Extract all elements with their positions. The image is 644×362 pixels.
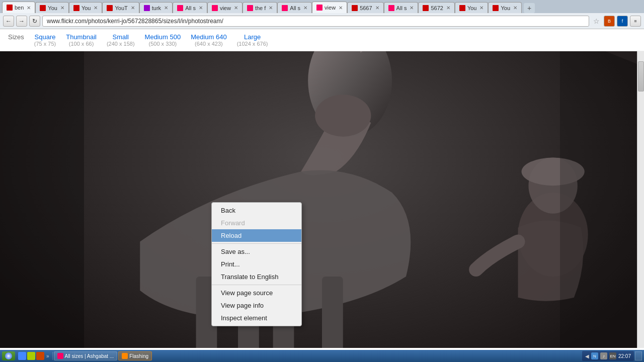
system-tray: ◀ N ♪ EN 22:07 — [582, 351, 634, 361]
tab-turk[interactable]: turk ✕ — [139, 2, 173, 13]
tab-favicon — [177, 5, 183, 11]
size-medium500-link[interactable]: Medium 500 — [145, 33, 181, 41]
tab-view-active[interactable]: view ✕ — [312, 2, 347, 13]
tab-close-btn[interactable]: ✕ — [339, 5, 343, 11]
tab-5672[interactable]: 5672 ✕ — [418, 2, 454, 13]
tray-icon-network[interactable]: N — [591, 352, 598, 359]
ext-button-1[interactable]: B — [604, 16, 615, 27]
tab-thef[interactable]: the f ✕ — [243, 2, 277, 13]
menu-item-save[interactable]: Save as... — [212, 245, 301, 258]
context-menu: Back Forward Reload Save as... Print... … — [211, 202, 302, 326]
vertical-scrollbar[interactable] — [637, 51, 644, 348]
size-small[interactable]: Small (240 x 158) — [107, 33, 135, 47]
tab-alls3[interactable]: All s ✕ — [384, 2, 419, 13]
tab-you2[interactable]: You ✕ — [69, 2, 103, 13]
tab-label: You — [82, 5, 91, 11]
menu-item-translate[interactable]: Translate to English — [212, 270, 301, 283]
tab-favicon — [40, 5, 46, 11]
photo-area: Back Forward Reload Save as... Print... … — [0, 51, 644, 348]
tab-close-btn[interactable]: ✕ — [303, 5, 307, 11]
ext-button-3[interactable]: ≡ — [630, 16, 641, 27]
tab-close-btn[interactable]: ✕ — [513, 5, 517, 11]
taskbar-item-flashing[interactable]: Flashing — [118, 351, 152, 360]
tray-icon-lang[interactable]: EN — [609, 352, 616, 359]
tab-label: the f — [255, 5, 266, 11]
tab-favicon — [493, 5, 499, 11]
size-square[interactable]: Square (75 x 75) — [34, 33, 56, 47]
tab-close-btn[interactable]: ✕ — [94, 5, 98, 11]
tab-close-btn[interactable]: ✕ — [410, 5, 414, 11]
tab-close-btn[interactable]: ✕ — [269, 5, 273, 11]
tab-favicon — [388, 5, 394, 11]
tab-you4[interactable]: You ✕ — [488, 2, 522, 13]
size-thumbnail-dims: (100 x 66) — [69, 41, 94, 47]
tab-label: 5672 — [431, 5, 443, 11]
tab-close-btn[interactable]: ✕ — [234, 5, 238, 11]
size-medium640-link[interactable]: Medium 640 — [191, 33, 227, 41]
quick-launch-explorer[interactable] — [27, 352, 35, 360]
tab-you3[interactable]: You ✕ — [455, 2, 489, 13]
taskbar-item-allsizes[interactable]: All sizes | Ashgabat ... — [54, 351, 118, 360]
svg-rect-11 — [0, 51, 84, 348]
tab-label: All s — [185, 5, 196, 11]
new-tab-button[interactable]: + — [524, 3, 535, 13]
browser-chrome: ben ✕ You ✕ You ✕ YouT ✕ turk ✕ All s ✕ — [0, 0, 644, 29]
bookmark-star[interactable]: ☆ — [591, 17, 602, 25]
size-large-dims: (1024 x 676) — [237, 41, 268, 47]
scrollbar-thumb[interactable] — [638, 61, 644, 92]
tab-close-btn[interactable]: ✕ — [131, 5, 135, 11]
url-bar[interactable] — [42, 16, 589, 27]
forward-button[interactable]: → — [16, 16, 27, 27]
size-medium640[interactable]: Medium 640 (640 x 423) — [191, 33, 227, 47]
start-button[interactable] — [2, 351, 15, 360]
menu-item-print[interactable]: Print... — [212, 258, 301, 270]
size-thumbnail[interactable]: Thumbnail (100 x 66) — [66, 33, 97, 47]
tab-close-btn[interactable]: ✕ — [60, 5, 64, 11]
tab-alls1[interactable]: All s ✕ — [173, 2, 207, 13]
tab-close-btn[interactable]: ✕ — [164, 5, 168, 11]
tab-close-btn[interactable]: ✕ — [199, 5, 203, 11]
menu-item-view-info[interactable]: View page info — [212, 299, 301, 312]
tab-close-btn[interactable]: ✕ — [27, 5, 31, 11]
size-large-link[interactable]: Large — [244, 33, 261, 41]
menu-item-view-source[interactable]: View page source — [212, 287, 301, 299]
tab-5667[interactable]: 5667 ✕ — [347, 2, 383, 13]
tab-view1[interactable]: view ✕ — [207, 2, 243, 13]
size-square-link[interactable]: Square — [35, 33, 56, 41]
taskbar-item-icon — [57, 353, 63, 359]
tab-yout[interactable]: YouT ✕ — [102, 2, 139, 13]
show-desktop-button[interactable] — [635, 351, 642, 360]
tab-favicon — [212, 5, 218, 11]
tab-bar: ben ✕ You ✕ You ✕ YouT ✕ turk ✕ All s ✕ — [0, 0, 644, 13]
size-small-link[interactable]: Small — [112, 33, 129, 41]
ext-button-2[interactable]: f — [617, 16, 628, 27]
back-button[interactable]: ← — [3, 16, 14, 27]
tab-close-btn[interactable]: ✕ — [446, 5, 450, 11]
tab-close-btn[interactable]: ✕ — [375, 5, 379, 11]
menu-item-back[interactable]: Back — [212, 204, 301, 217]
size-thumbnail-link[interactable]: Thumbnail — [66, 33, 97, 41]
tray-expand-arrow[interactable]: ◀ — [585, 353, 589, 359]
tray-icon-volume[interactable]: ♪ — [600, 352, 607, 359]
quick-launch-media[interactable] — [36, 352, 44, 360]
menu-item-inspect[interactable]: Inspect element — [212, 312, 301, 324]
tab-ben[interactable]: ben ✕ — [2, 2, 35, 13]
photo-svg — [0, 51, 644, 348]
nav-bar: ← → ↻ ☆ B f ≡ — [0, 13, 644, 29]
menu-item-reload[interactable]: Reload — [212, 229, 301, 242]
tab-label: turk — [152, 5, 161, 11]
menu-separator-2 — [212, 285, 301, 285]
quick-launch-expand[interactable]: » — [45, 353, 50, 359]
tab-close-btn[interactable]: ✕ — [479, 5, 484, 11]
size-medium500[interactable]: Medium 500 (500 x 330) — [145, 33, 181, 47]
tab-label: You — [501, 5, 510, 11]
windows-logo-icon — [5, 352, 12, 359]
menu-item-forward[interactable]: Forward — [212, 217, 301, 229]
reload-button[interactable]: ↻ — [29, 16, 40, 27]
size-large[interactable]: Large (1024 x 676) — [237, 33, 268, 47]
tab-alls2[interactable]: All s ✕ — [277, 2, 312, 13]
flashing-icon — [122, 353, 128, 359]
tab-you1[interactable]: You ✕ — [35, 2, 69, 13]
quick-launch-ie[interactable] — [18, 352, 26, 360]
tab-label: view — [325, 5, 336, 11]
